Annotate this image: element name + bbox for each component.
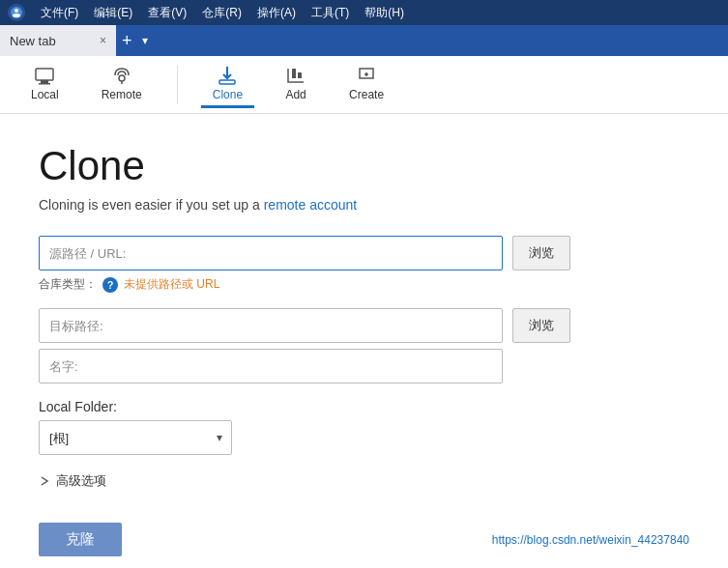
create-icon [356, 65, 377, 86]
repo-type-label: 合库类型： [39, 276, 97, 293]
main-content: Clone Cloning is even easier if you set … [0, 114, 728, 519]
target-path-input[interactable] [39, 308, 503, 343]
menu-help[interactable]: 帮助(H) [357, 3, 412, 23]
local-label: Local [31, 88, 59, 101]
svg-rect-4 [41, 80, 48, 83]
toolbar-item-create[interactable]: Create [337, 61, 395, 108]
browse-target-button[interactable]: 浏览 [512, 308, 570, 343]
create-label: Create [349, 88, 384, 101]
toolbar: Local Remote Clone Add [0, 56, 728, 114]
source-url-input[interactable] [39, 236, 503, 270]
remote-account-link[interactable]: remote account [264, 197, 358, 213]
menu-file[interactable]: 文件(F) [33, 3, 86, 23]
name-row [39, 349, 689, 383]
repo-type-hint: 未提供路径或 URL [124, 276, 219, 293]
tab-dropdown-button[interactable]: ▾ [138, 34, 152, 47]
remote-icon [111, 65, 132, 86]
menu-view[interactable]: 查看(V) [140, 3, 194, 23]
subtitle: Cloning is even easier if you set up a r… [39, 197, 689, 213]
menu-tools[interactable]: 工具(T) [304, 3, 357, 23]
page-title: Clone [39, 143, 689, 189]
chevron-right-icon [39, 475, 50, 487]
svg-rect-10 [298, 72, 302, 78]
clone-label: Clone [213, 88, 243, 101]
folder-select[interactable]: [根] [39, 420, 232, 455]
local-icon [34, 65, 55, 86]
svg-rect-8 [219, 80, 235, 84]
toolbar-item-clone[interactable]: Clone [201, 61, 254, 108]
svg-point-6 [119, 75, 125, 81]
clone-button[interactable]: 克隆 [39, 523, 122, 556]
menu-bar: 文件(F) 编辑(E) 查看(V) 仓库(R) 操作(A) 工具(T) 帮助(H… [0, 0, 728, 25]
toolbar-item-remote[interactable]: Remote [90, 61, 154, 108]
repo-type-help-icon[interactable]: ? [102, 277, 118, 293]
svg-rect-9 [292, 69, 296, 78]
local-folder-label: Local Folder: [39, 399, 689, 414]
subtitle-before: Cloning is even easier if you set up a [39, 197, 264, 213]
folder-select-wrapper: [根] ▾ [39, 420, 232, 455]
bottom-link[interactable]: https://blog.csdn.net/weixin_44237840 [492, 533, 689, 547]
advanced-options-row[interactable]: 高级选项 [39, 472, 689, 490]
add-icon [285, 65, 306, 86]
bottom-bar: 克隆 https://blog.csdn.net/weixin_44237840 [0, 511, 728, 568]
remote-label: Remote [102, 88, 142, 101]
tab-close-button[interactable]: × [100, 34, 106, 47]
advanced-label: 高级选项 [56, 472, 106, 490]
svg-point-1 [15, 9, 18, 13]
browse-source-button[interactable]: 浏览 [512, 236, 570, 270]
svg-point-2 [13, 14, 20, 17]
add-label: Add [285, 88, 306, 101]
source-url-row: 浏览 [39, 236, 689, 270]
svg-rect-3 [36, 69, 53, 80]
tab-bar: New tab × + ▾ [0, 25, 728, 56]
tab-label: New tab [10, 34, 56, 48]
target-path-row: 浏览 [39, 308, 689, 343]
menu-repo[interactable]: 仓库(R) [194, 3, 249, 23]
name-input[interactable] [39, 349, 503, 383]
toolbar-item-local[interactable]: Local [19, 61, 71, 108]
clone-icon [217, 65, 238, 86]
new-tab-button[interactable]: + [116, 31, 138, 51]
menu-edit[interactable]: 编辑(E) [86, 3, 140, 23]
app-logo [8, 4, 25, 21]
active-tab[interactable]: New tab × [0, 25, 116, 56]
menu-actions[interactable]: 操作(A) [249, 3, 304, 23]
toolbar-item-add[interactable]: Add [274, 61, 318, 108]
svg-rect-5 [39, 83, 50, 85]
repo-type-row: 合库类型： ? 未提供路径或 URL [39, 276, 689, 293]
toolbar-divider [177, 66, 178, 104]
